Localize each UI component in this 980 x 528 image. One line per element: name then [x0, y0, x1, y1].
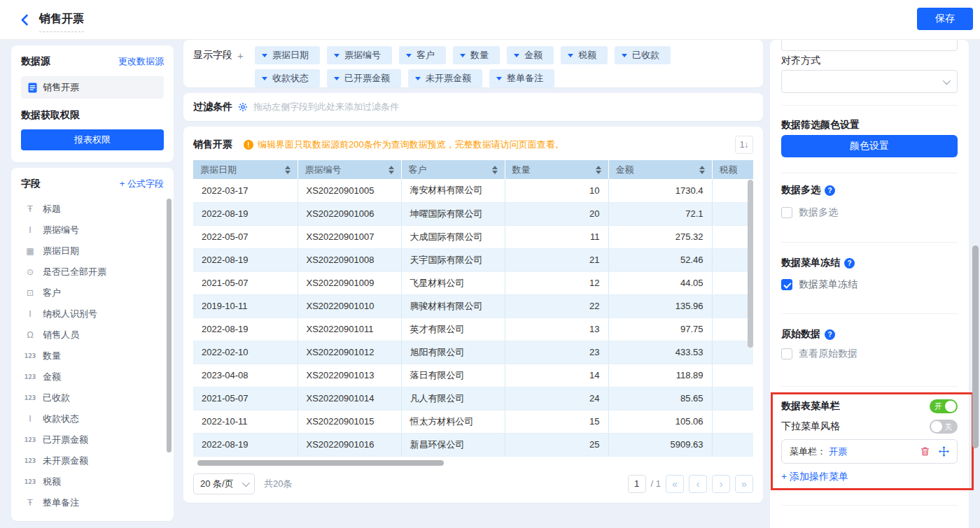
report-permission-button[interactable]: 报表权限 [21, 129, 164, 150]
sort-arrows-icon[interactable] [596, 166, 601, 174]
add-display-field-button[interactable]: + [237, 50, 244, 62]
column-header[interactable]: 客户 [401, 160, 505, 179]
menu-bar-heading: 数据表菜单栏 [781, 400, 840, 413]
table-cell: 2022-10-11 [193, 410, 298, 433]
field-item-label: 数量 [43, 350, 61, 362]
display-field-chip[interactable]: 收款状态 [255, 69, 320, 87]
display-field-chip[interactable]: 客户 [399, 46, 446, 64]
color-settings-button[interactable]: 颜色设置 [781, 135, 958, 157]
field-item[interactable]: 123已收款 [21, 387, 164, 408]
field-item[interactable]: ⊙是否已全部开票 [21, 262, 164, 283]
fields-scrollbar-thumb[interactable] [167, 199, 172, 452]
field-item[interactable]: 123数量 [21, 345, 164, 366]
table-cell [712, 387, 753, 410]
table-row: 2022-05-07XS20220901007大成国际有限公司11275.32 [193, 225, 753, 248]
table-cell: XS20220901007 [298, 225, 401, 248]
first-page-button[interactable]: « [666, 475, 684, 493]
column-header[interactable]: 数量 [505, 160, 608, 179]
field-item[interactable]: Ŧ整单备注 [21, 492, 164, 513]
field-item[interactable]: ▦票据日期 [21, 241, 164, 262]
display-field-chip[interactable]: 数量 [453, 46, 500, 64]
move-icon[interactable] [939, 446, 949, 457]
sort-order-icon[interactable]: 1↓ [735, 136, 753, 154]
display-field-chip[interactable]: 票据日期 [255, 46, 320, 64]
table-cell: 坤曜国际有限公司 [401, 202, 505, 225]
raw-data-checkbox[interactable] [781, 348, 792, 359]
sort-arrows-icon[interactable] [699, 166, 705, 174]
table-cell: 天宇国际有限公司 [401, 248, 505, 271]
column-header-label: 数量 [512, 164, 531, 176]
menu-bar-toggle-on[interactable]: 开 [930, 399, 958, 413]
field-item[interactable]: ⊡客户 [21, 283, 164, 304]
sort-down-icon [596, 171, 601, 174]
field-item[interactable]: I纳税人识别号 [21, 304, 164, 324]
column-header[interactable]: 票据日期 [193, 160, 298, 179]
back-button[interactable] [18, 13, 32, 27]
page-number-input[interactable]: 1 [628, 475, 646, 493]
field-item[interactable]: Ŧ标题 [21, 199, 164, 220]
next-page-button[interactable]: › [712, 475, 730, 493]
field-item-label: 未开票金额 [43, 455, 88, 467]
chip-label: 票据日期 [272, 49, 309, 62]
display-field-chip[interactable]: 票据编号 [327, 46, 392, 64]
table-horizontal-scrollbar-thumb[interactable] [197, 460, 444, 466]
table-cell: 11 [505, 225, 608, 248]
save-button[interactable]: 保存 [917, 8, 973, 30]
column-header-label: 票据编号 [305, 164, 342, 176]
display-field-chip[interactable]: 未开票金额 [408, 69, 482, 87]
menu-freeze-checkbox-row: 数据菜单冻结 [781, 278, 958, 291]
add-formula-field-link[interactable]: + 公式字段 [120, 178, 164, 190]
trash-icon[interactable] [920, 446, 930, 457]
column-header-label: 税额 [720, 164, 738, 176]
column-header[interactable]: 税额 [712, 160, 753, 179]
field-item[interactable]: I收款状态 [21, 408, 164, 429]
datasource-panel: 数据源 更改数据源 销售开票 数据获取权限 报表权限 [11, 45, 174, 162]
help-icon[interactable]: ? [825, 185, 835, 196]
field-item[interactable]: Ω销售人员 [21, 324, 164, 345]
table-cell: 14 [505, 364, 608, 387]
window-scrollbar-thumb[interactable] [972, 245, 979, 448]
multi-select-checkbox[interactable] [781, 207, 792, 218]
column-header[interactable]: 金额 [608, 160, 712, 179]
help-icon[interactable]: ? [825, 329, 835, 340]
display-field-chip[interactable]: 已开票金额 [327, 69, 401, 87]
clipped-input[interactable] [781, 40, 958, 51]
gear-icon[interactable] [238, 102, 248, 112]
table-cell: XS20220901011 [298, 317, 401, 341]
last-page-button[interactable]: » [735, 475, 753, 493]
page-title[interactable]: 销售开票 [39, 12, 84, 32]
field-item[interactable]: I票据编号 [21, 220, 164, 241]
dropdown-caret-icon [334, 77, 340, 80]
add-action-menu-link[interactable]: + 添加操作菜单 [781, 471, 958, 483]
column-header[interactable]: 票据编号 [298, 160, 401, 179]
prev-page-button[interactable]: ‹ [689, 475, 707, 493]
page-size-select[interactable]: 20 条/页 [193, 473, 255, 494]
select-icon: ⊡ [24, 288, 36, 298]
menu-bar-item[interactable]: 菜单栏： 开票 [781, 439, 958, 464]
field-item[interactable]: 123金额 [21, 366, 164, 387]
number-icon: 123 [24, 437, 36, 443]
sort-arrows-icon[interactable] [388, 166, 394, 174]
display-field-chip[interactable]: 整单备注 [489, 69, 554, 87]
field-item[interactable]: 123已开票金额 [21, 429, 164, 450]
alignment-select[interactable] [781, 70, 958, 93]
dropdown-style-row: 下拉菜单风格 关 [781, 420, 958, 434]
table-cell: XS20220901005 [298, 179, 401, 202]
display-field-chip[interactable]: 金额 [507, 46, 554, 64]
help-icon[interactable]: ? [844, 258, 855, 269]
chip-label: 已开票金额 [344, 72, 390, 85]
datasource-item[interactable]: 销售开票 [21, 76, 164, 99]
display-field-chip[interactable]: 已收款 [615, 46, 671, 64]
dropdown-caret-icon [496, 77, 502, 80]
warning-text: 编辑界面只取数据源前200条作为查询数据预览，完整数据请访问页面查看。 [258, 138, 564, 151]
field-item[interactable]: 123未开票金额 [21, 450, 164, 471]
sort-arrows-icon[interactable] [492, 166, 498, 174]
sort-arrows-icon[interactable] [285, 166, 290, 174]
change-datasource-link[interactable]: 更改数据源 [118, 55, 164, 68]
table-cell: 大成国际有限公司 [401, 225, 505, 248]
dropdown-style-toggle-off[interactable]: 关 [930, 420, 958, 434]
display-field-chip[interactable]: 税额 [561, 46, 608, 64]
table-vertical-scrollbar-thumb[interactable] [748, 180, 753, 348]
field-item[interactable]: 123税额 [21, 471, 164, 492]
menu-freeze-checkbox[interactable] [781, 279, 792, 290]
